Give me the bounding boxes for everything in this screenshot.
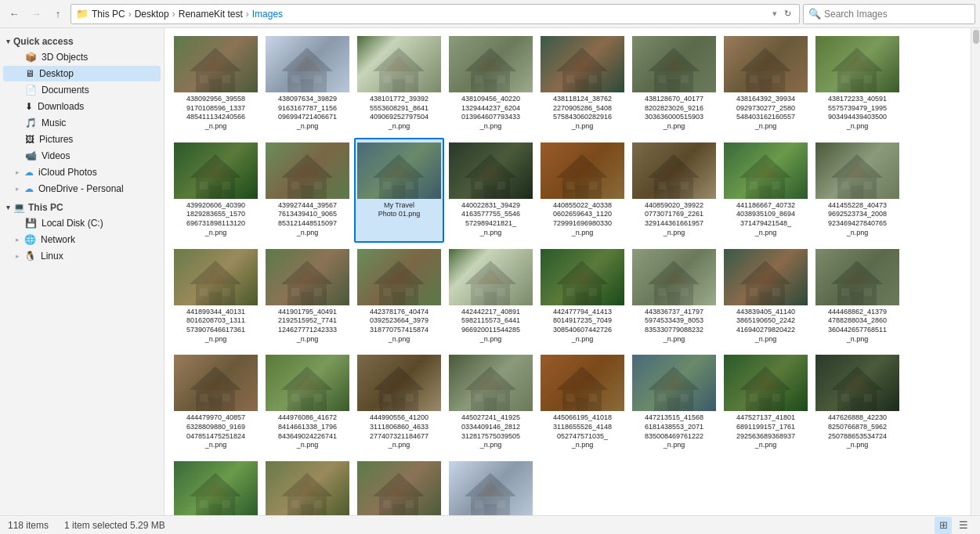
- crumb-desktop[interactable]: Desktop: [135, 9, 169, 20]
- sidebar-item-desktop[interactable]: 🖥 Desktop: [3, 66, 161, 81]
- image-item[interactable]: 439920606_40390 1829283655_1570 69673189…: [171, 138, 261, 243]
- image-item[interactable]: 440859020_39922 0773071769_2261 32914436…: [629, 138, 719, 243]
- address-bar[interactable]: 📁 This PC › Desktop › RenameKit test › I…: [71, 4, 800, 24]
- forward-button[interactable]: →: [27, 5, 45, 23]
- back-button[interactable]: ←: [5, 5, 24, 23]
- crumb-this-pc[interactable]: This PC: [92, 9, 125, 20]
- sidebar-item-local-disk[interactable]: 💾 Local Disk (C:): [3, 215, 161, 231]
- image-label: 445066195_41018 3118655526_4148 05274757…: [553, 413, 612, 450]
- image-item[interactable]: 438109456_40220 1329444237_6204 01396460…: [446, 31, 536, 136]
- sidebar-section-this-pc[interactable]: ▾ 💻 This PC: [0, 197, 164, 215]
- sidebar-item-icloud[interactable]: ▸ ☁ iCloud Photos: [3, 164, 161, 180]
- image-item[interactable]: 447527137_41801 6891199157_1761 29256368…: [721, 350, 811, 455]
- image-item[interactable]: 442477794_41413 8014917235_7049 30854060…: [537, 244, 627, 349]
- svg-rect-39: [750, 75, 758, 83]
- search-input[interactable]: [824, 9, 970, 20]
- image-item[interactable]: 442378176_40474 0392523664_3979 31877075…: [354, 244, 444, 349]
- svg-rect-104: [301, 292, 313, 305]
- svg-rect-183: [750, 394, 758, 402]
- image-item[interactable]: 438101772_39392 5553608291_8641 40906925…: [354, 31, 444, 136]
- svg-rect-4: [222, 75, 230, 83]
- image-item[interactable]: 444468862_41379 4788288034_2860 36044265…: [812, 244, 902, 349]
- image-item[interactable]: 438118124_38762 2270905286_5408 57584306…: [537, 31, 627, 136]
- selected-info: 1 item selected 5.29 MB: [64, 520, 165, 531]
- svg-rect-208: [406, 500, 414, 508]
- crumb-renamekit[interactable]: RenameKit test: [179, 9, 243, 20]
- image-item[interactable]: 439927444_39567 7613439410_9065 85312144…: [262, 138, 353, 243]
- sidebar-section-quick-access[interactable]: ▾ Quick access: [0, 31, 164, 49]
- image-item[interactable]: 448144497_41988 2527685585_1559 81524329…: [354, 456, 444, 515]
- sidebar-item-downloads[interactable]: ⬇ Downloads: [3, 99, 161, 114]
- sidebar-item-3d-objects[interactable]: 📦 3D Objects: [3, 49, 161, 65]
- image-item[interactable]: 438128670_40177 8202823026_9216 30363600…: [629, 31, 719, 136]
- image-item[interactable]: 441186667_40732 4038935109_8694 37147942…: [721, 138, 811, 243]
- svg-rect-158: [392, 398, 405, 411]
- search-bar[interactable]: 🔍: [803, 4, 975, 24]
- image-item[interactable]: My Travel Photo 01.png: [354, 138, 444, 243]
- image-item[interactable]: 447626888_42230 8250766878_5962 25078865…: [812, 350, 902, 455]
- svg-rect-154: [314, 394, 322, 402]
- sidebar-item-pictures[interactable]: 🖼 Pictures: [3, 132, 161, 147]
- image-thumbnail: [266, 249, 349, 305]
- up-button[interactable]: ↑: [49, 5, 67, 23]
- image-label: 447527137_41801 6891199157_1761 29256368…: [736, 413, 795, 450]
- crumb-images[interactable]: Images: [252, 9, 283, 20]
- image-item[interactable]: 447213515_41568 6181438553_2071 83500846…: [629, 350, 719, 455]
- image-thumbnail: [632, 249, 716, 305]
- image-item[interactable]: 444479970_40857 6328809880_9169 04785147…: [171, 350, 261, 455]
- image-thumbnail: [357, 36, 441, 92]
- image-item[interactable]: 445066195_41018 3118655526_4148 05274757…: [537, 350, 627, 455]
- image-item[interactable]: 441455228_40473 9692523734_2008 92346942…: [812, 138, 902, 243]
- image-item[interactable]: 441899344_40131 8016208703_1311 57390764…: [171, 244, 261, 349]
- image-label: 444468862_41379 4788288034_2860 36044265…: [828, 308, 887, 345]
- image-item[interactable]: 438172233_40591 5575739479_1995 90349443…: [812, 31, 902, 136]
- svg-rect-106: [314, 288, 322, 296]
- svg-rect-9: [291, 75, 299, 83]
- sidebar-item-music[interactable]: 🎵 Music: [3, 115, 161, 131]
- image-item[interactable]: 445027241_41925 0334409146_2812 31281757…: [446, 350, 536, 455]
- image-item[interactable]: 442442217_40891 5982115573_6441 96692001…: [446, 244, 536, 349]
- svg-rect-200: [301, 504, 313, 515]
- image-item[interactable]: 441901795_40491 2192515952_7741 12462777…: [262, 244, 353, 349]
- sep-2: ›: [172, 9, 175, 20]
- scrollbar[interactable]: [971, 28, 980, 515]
- image-label: 440859020_39922 0773071769_2261 32914436…: [645, 201, 703, 238]
- image-label: 441899344_40131 8016208703_1311 57390764…: [186, 308, 245, 345]
- image-label: 443839405_41140 3865190650_2242 41694027…: [736, 308, 795, 345]
- item-count: 118 items: [8, 520, 49, 531]
- image-item[interactable]: 440022831_39429 4163577755_5546 57298942…: [446, 138, 536, 243]
- svg-rect-189: [841, 394, 849, 402]
- documents-icon: 📄: [25, 85, 37, 96]
- image-item[interactable]: 443839405_41140 3865190650_2242 41694027…: [721, 244, 811, 349]
- image-item[interactable]: 448142718_42171 6580829188_1163 63757433…: [262, 456, 353, 515]
- image-item[interactable]: 438164392_39934 0929730277_2580 54840316…: [721, 31, 811, 136]
- grid-view-button[interactable]: ⊞: [935, 517, 952, 534]
- svg-rect-164: [484, 398, 497, 411]
- sidebar-item-onedrive[interactable]: ▸ ☁ OneDrive - Personal: [3, 181, 161, 197]
- refresh-button[interactable]: ↻: [780, 7, 794, 21]
- sidebar-item-linux[interactable]: ▸ 🐧 Linux: [3, 248, 161, 264]
- svg-rect-14: [392, 79, 405, 92]
- svg-rect-69: [475, 182, 483, 189]
- image-label: 438172233_40591 5575739479_1995 90349443…: [828, 95, 887, 132]
- svg-rect-212: [484, 504, 497, 515]
- image-item[interactable]: 447998722_42405 1607259209_5032 78615204…: [171, 456, 261, 515]
- svg-rect-16: [406, 75, 414, 83]
- image-thumbnail: [174, 249, 258, 305]
- image-thumbnail: [357, 143, 441, 199]
- sidebar-item-network[interactable]: ▸ 🌐 Network: [3, 232, 161, 247]
- sidebar-item-documents[interactable]: 📄 Documents: [3, 82, 161, 98]
- list-view-button[interactable]: ☰: [955, 517, 972, 534]
- svg-rect-2: [209, 79, 222, 92]
- search-icon: 🔍: [808, 8, 821, 20]
- svg-rect-170: [576, 398, 588, 411]
- svg-rect-94: [864, 182, 872, 189]
- sidebar-item-videos[interactable]: 📹 Videos: [3, 148, 161, 164]
- image-item[interactable]: 438097634_39829 9163167787_1156 09699472…: [262, 31, 353, 136]
- image-item[interactable]: 448163588_42061 6254278879_5797 68178026…: [446, 456, 536, 515]
- image-item[interactable]: 444990556_41200 3111806860_4633 27740732…: [354, 350, 444, 455]
- image-item[interactable]: 440855022_40338 0602659643_1120 72999169…: [537, 138, 627, 243]
- image-item[interactable]: 438092956_39558 9170108596_1337 48541113…: [171, 31, 261, 136]
- image-item[interactable]: 443836737_41797 5974533439_8053 83533077…: [629, 244, 719, 349]
- image-item[interactable]: 444976086_41672 8414661338_1796 84364902…: [262, 350, 353, 455]
